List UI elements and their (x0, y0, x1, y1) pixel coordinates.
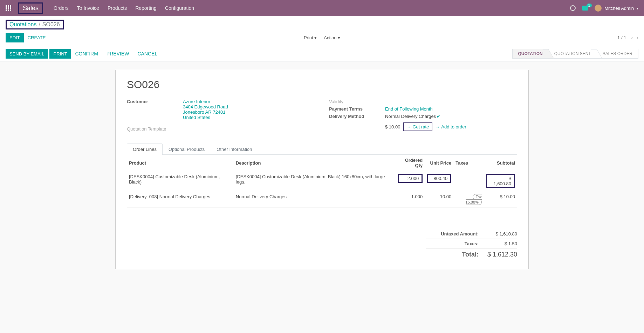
delivery-price: $ 10.00 (385, 124, 400, 129)
col-subtotal[interactable]: Subtotal (484, 155, 517, 171)
avatar (595, 5, 602, 12)
col-product[interactable]: Product (127, 155, 234, 171)
get-rate-button[interactable]: →Get rate (403, 122, 432, 131)
arrow-right-icon: → (435, 124, 440, 129)
order-lines-table: Product Description Ordered Qty Unit Pri… (127, 155, 517, 208)
pager: 1 / 1 (617, 35, 626, 40)
confirm-button[interactable]: CONFIRM (75, 51, 98, 56)
apps-icon[interactable] (6, 5, 11, 11)
top-menu: Orders To Invoice Products Reporting Con… (54, 5, 194, 11)
tab-order-lines[interactable]: Order Lines (127, 144, 163, 155)
cell-qty: 1.000 (394, 191, 425, 208)
field-delivery-method[interactable]: Normal Delivery Charges✔ (385, 114, 517, 119)
menu-products[interactable]: Products (108, 5, 127, 11)
top-nav: Sales Orders To Invoice Products Reporti… (0, 0, 644, 16)
tax-pill: Tax 15.00% (466, 194, 482, 205)
preview-button[interactable]: PREVIEW (107, 51, 129, 56)
menu-orders[interactable]: Orders (54, 5, 69, 11)
messaging-icon[interactable]: 1 (582, 6, 588, 11)
tab-optional-products[interactable]: Optional Products (163, 144, 211, 155)
label-validity: Validity (329, 99, 385, 104)
cell-product: [Delivery_008] Normal Delivery Charges (127, 191, 234, 208)
breadcrumb-current: SO026 (42, 21, 60, 28)
label-total: Total: (426, 251, 479, 258)
cell-taxes (453, 171, 484, 191)
cell-taxes: Tax 15.00% (453, 191, 484, 208)
cell-description: [DESK0004] Customizable Desk (Aluminium,… (234, 171, 394, 191)
tab-other-information[interactable]: Other Information (211, 144, 258, 155)
table-row[interactable]: [DESK0004] Customizable Desk (Aluminium,… (127, 171, 517, 191)
cell-subtotal: $ 10.00 (484, 191, 517, 208)
create-button[interactable]: CREATE (24, 33, 50, 42)
label-delivery-method: Delivery Method (329, 114, 385, 119)
breadcrumb: Quotations / SO026 (6, 20, 64, 29)
action-dropdown[interactable]: Action ▾ (324, 35, 340, 40)
val-taxes: $ 1.50 (486, 241, 517, 246)
status-sales-order[interactable]: SALES ORDER (597, 49, 638, 59)
field-customer[interactable]: Azure Interior 3404 Edgewood Road Jonesb… (183, 99, 315, 120)
user-name: Mitchell Admin (604, 6, 634, 11)
tabs: Order Lines Optional Products Other Info… (127, 144, 517, 155)
col-description[interactable]: Description (234, 155, 394, 171)
send-by-email-button[interactable]: SEND BY EMAIL (6, 49, 48, 59)
field-validity[interactable] (385, 99, 517, 104)
form-sheet: SO026 Customer Azure Interior 3404 Edgew… (115, 70, 529, 269)
menu-to-invoice[interactable]: To Invoice (77, 5, 99, 11)
menu-configuration[interactable]: Configuration (165, 5, 194, 11)
status-quotation-sent[interactable]: QUOTATION SENT (548, 49, 597, 59)
status-quotation[interactable]: QUOTATION (512, 49, 549, 59)
record-name: SO026 (127, 79, 517, 91)
cell-product: [DESK0004] Customizable Desk (Aluminium,… (127, 171, 234, 191)
label-quotation-template: Quotation Template (127, 126, 183, 132)
app-brand[interactable]: Sales (18, 2, 43, 14)
field-quotation-template[interactable] (183, 126, 315, 132)
val-untaxed: $ 1,610.80 (486, 231, 517, 237)
cell-description: Normal Delivery Charges (234, 191, 394, 208)
cell-subtotal: $ 1,600.80 (484, 171, 517, 191)
check-icon: ✔ (437, 114, 440, 119)
pager-prev-icon[interactable]: ‹ (631, 35, 633, 41)
activity-icon[interactable] (570, 5, 576, 11)
val-total: $ 1,612.30 (486, 251, 517, 258)
col-unit-price[interactable]: Unit Price (425, 155, 453, 171)
pager-next-icon[interactable]: › (637, 35, 638, 41)
cell-unit-price: 10.00 (425, 191, 453, 208)
totals: Untaxed Amount: $ 1,610.80 Taxes: $ 1.50… (426, 229, 517, 260)
field-payment-terms[interactable]: End of Following Month (385, 106, 517, 112)
col-qty[interactable]: Ordered Qty (394, 155, 425, 171)
print-button[interactable]: PRINT (49, 49, 71, 59)
status-bar: QUOTATION QUOTATION SENT SALES ORDER (513, 49, 638, 59)
label-untaxed: Untaxed Amount: (426, 231, 479, 237)
breadcrumb-parent[interactable]: Quotations (9, 21, 36, 28)
add-to-order-button[interactable]: →Add to order (435, 124, 466, 129)
label-customer: Customer (127, 99, 183, 120)
col-taxes[interactable]: Taxes (453, 155, 484, 171)
cell-qty: 2.000 (394, 171, 425, 191)
label-payment-terms: Payment Terms (329, 106, 385, 112)
menu-reporting[interactable]: Reporting (135, 5, 157, 11)
chat-badge: 1 (587, 4, 592, 7)
cancel-button[interactable]: CANCEL (137, 51, 157, 56)
print-dropdown[interactable]: Print ▾ (304, 35, 317, 40)
caret-down-icon: ▾ (637, 6, 638, 10)
user-menu[interactable]: Mitchell Admin ▾ (595, 5, 638, 12)
edit-button[interactable]: EDIT (6, 33, 24, 42)
label-taxes: Taxes: (426, 241, 479, 246)
arrow-right-icon: → (406, 124, 411, 129)
cell-unit-price: 800.40 (425, 171, 453, 191)
table-row[interactable]: [Delivery_008] Normal Delivery Charges N… (127, 191, 517, 208)
